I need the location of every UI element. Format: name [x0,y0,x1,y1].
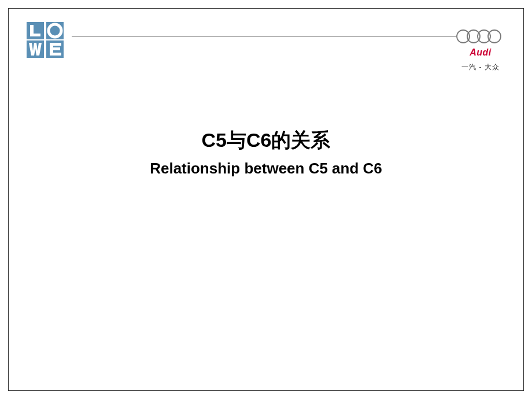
audi-logo-block: Audi 一汽 - 大众 [455,29,507,72]
title-chinese: C5与C6的关系 [0,127,532,154]
svg-rect-0 [27,22,44,39]
slide-frame [8,8,524,391]
audi-brand-label: Audi [455,47,507,58]
faw-vw-label: 一汽 - 大众 [455,62,507,72]
lowe-logo [27,22,64,58]
slide-title-block: C5与C6的关系 Relationship between C5 and C6 [0,127,532,178]
title-english: Relationship between C5 and C6 [0,160,532,178]
audi-rings-icon [455,29,507,44]
header-divider [72,36,457,36]
